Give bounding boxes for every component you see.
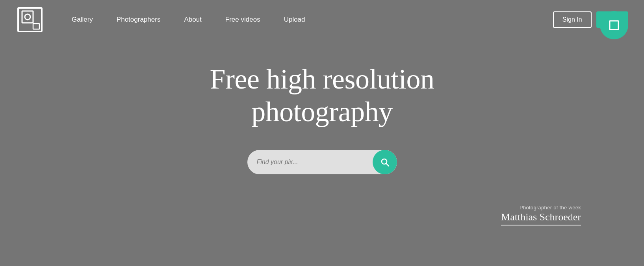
nav-photographers[interactable]: Photographers xyxy=(105,16,173,24)
search-bar xyxy=(247,150,397,174)
search-button[interactable] xyxy=(373,150,397,174)
photographer-of-week: Photographer of the week Matthias Schroe… xyxy=(501,205,581,225)
svg-rect-3 xyxy=(33,24,39,29)
potw-label: Photographer of the week xyxy=(501,205,581,211)
nav-gallery[interactable]: Gallery xyxy=(60,16,105,24)
svg-rect-4 xyxy=(610,21,618,30)
corner-square-icon xyxy=(608,19,620,31)
corner-circle-button[interactable] xyxy=(600,11,628,39)
navbar: Gallery Photographers About Free videos … xyxy=(0,0,644,39)
svg-point-2 xyxy=(25,14,30,20)
site-logo[interactable] xyxy=(16,6,44,34)
hero-title: Free high resolution photography xyxy=(210,63,434,128)
nav-about[interactable]: About xyxy=(172,16,213,24)
nav-free-videos[interactable]: Free videos xyxy=(213,16,272,24)
signin-button[interactable]: Sign In xyxy=(553,11,592,28)
svg-line-6 xyxy=(386,163,389,166)
potw-name[interactable]: Matthias Schroeder xyxy=(501,211,581,225)
hero-section: Free high resolution photography Photogr… xyxy=(0,39,644,174)
search-input[interactable] xyxy=(257,159,373,166)
search-icon xyxy=(380,157,390,167)
nav-upload[interactable]: Upload xyxy=(272,16,317,24)
svg-rect-1 xyxy=(22,11,33,23)
nav-links: Gallery Photographers About Free videos … xyxy=(60,16,553,24)
